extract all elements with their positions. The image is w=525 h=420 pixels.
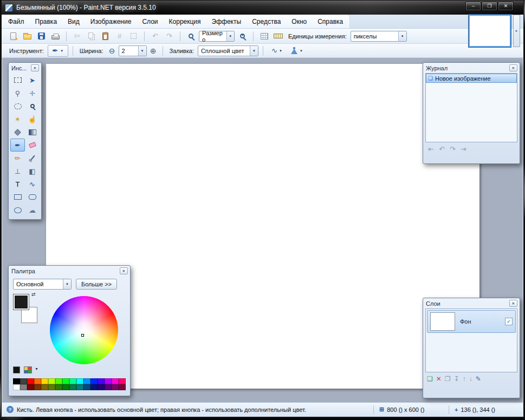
width-decrease-button[interactable]: ⊖ — [107, 45, 117, 57]
chevron-down-icon[interactable]: ▼ — [35, 367, 38, 371]
palette-swatch[interactable] — [55, 378, 62, 384]
menu-item[interactable]: Правка — [30, 15, 63, 28]
palette-swatch[interactable] — [76, 384, 83, 390]
palette-swatch[interactable] — [90, 378, 98, 384]
layers-toolbar-button[interactable]: ❐ — [445, 376, 451, 382]
history-item[interactable]: ❏ Новое изображение — [426, 74, 517, 83]
tool-button[interactable]: T — [10, 178, 25, 191]
tool-button[interactable] — [25, 100, 40, 113]
copy-button[interactable] — [85, 30, 98, 42]
maximize-button[interactable]: ❐ — [482, 2, 497, 11]
history-panel-titlebar[interactable]: Журнал ✕ — [423, 63, 520, 72]
tool-button[interactable] — [10, 100, 25, 113]
tool-button[interactable]: ⚲ — [10, 87, 25, 100]
layers-panel-close-button[interactable]: ✕ — [509, 300, 517, 307]
layers-toolbar-button[interactable]: ↓ — [469, 376, 472, 382]
tool-button[interactable] — [10, 191, 25, 204]
menu-item[interactable]: Вид — [62, 15, 85, 28]
tool-button[interactable]: ✶ — [10, 113, 25, 126]
print-button[interactable] — [49, 30, 62, 42]
palette-swatch[interactable] — [105, 384, 112, 390]
palette-swatch[interactable] — [41, 378, 48, 384]
palette-swatch[interactable] — [98, 384, 105, 390]
tool-button[interactable]: ✏ — [10, 152, 25, 165]
tool-button[interactable] — [10, 204, 25, 216]
palette-swatch[interactable] — [13, 378, 20, 384]
history-nav-button[interactable]: ↷ — [450, 146, 456, 153]
palette-swatch[interactable] — [48, 378, 55, 384]
palette-swatch[interactable] — [119, 384, 126, 390]
palette-swatch[interactable] — [112, 384, 119, 390]
close-button[interactable]: ✕ — [498, 2, 514, 11]
palette-swatch[interactable] — [112, 378, 119, 384]
palette-swatch[interactable] — [34, 378, 41, 384]
menu-item[interactable]: Коррекция — [164, 15, 206, 28]
palette-swatch[interactable] — [48, 384, 55, 390]
palette-swatch[interactable] — [69, 384, 76, 390]
line-style-dropdown[interactable]: ∿ ▼ — [268, 45, 286, 57]
color-wheel[interactable] — [50, 296, 118, 364]
redo-button[interactable]: ↷ — [163, 30, 176, 42]
menu-item[interactable]: Файл — [3, 15, 30, 28]
palette-swatch[interactable] — [90, 384, 98, 390]
swap-colors-icon[interactable]: ⇄ — [31, 292, 36, 297]
palette-swatch[interactable] — [62, 384, 69, 390]
palette-swatch[interactable] — [20, 384, 27, 390]
open-button[interactable] — [21, 30, 34, 42]
layer-visibility-checkbox[interactable]: ✓ — [505, 318, 513, 325]
units-combobox[interactable]: пикселы ▼ — [351, 31, 407, 42]
tool-button[interactable]: ∿ — [25, 178, 40, 191]
history-nav-button[interactable]: ⇤ — [428, 146, 434, 153]
tool-button[interactable]: ✛ — [25, 87, 40, 100]
width-increase-button[interactable]: ⊕ — [148, 45, 158, 57]
palette-swatch[interactable] — [27, 378, 34, 384]
layers-panel-titlebar[interactable]: Слои ✕ — [423, 298, 520, 307]
zoom-in-button[interactable] — [236, 30, 249, 42]
palette-swatch[interactable] — [55, 384, 62, 390]
tool-button[interactable]: ☝ — [25, 113, 40, 126]
menu-item[interactable]: Окно — [286, 15, 312, 28]
tool-button[interactable]: ⊥ — [10, 165, 25, 178]
save-button[interactable] — [35, 30, 48, 42]
image-list-scroll-button[interactable]: ▸ — [513, 15, 520, 47]
crop-to-selection-button[interactable]: # — [113, 30, 126, 42]
tools-panel-titlebar[interactable]: Инс... ✕ — [9, 63, 41, 72]
zoom-combobox[interactable]: Размер о ▼ — [199, 31, 235, 42]
tool-button[interactable] — [25, 126, 40, 139]
current-color-mini-swatch[interactable] — [13, 366, 20, 373]
palette-swatch[interactable] — [34, 384, 41, 390]
open-image-thumbnail[interactable] — [469, 15, 511, 47]
rulers-toggle-button[interactable] — [272, 30, 284, 42]
titlebar[interactable]: Безымянный (100%) - Paint.NET версия 3.5… — [2, 1, 523, 15]
new-image-button[interactable] — [7, 30, 20, 42]
palette-swatch[interactable] — [83, 378, 90, 384]
tool-button[interactable] — [10, 74, 25, 87]
zoom-out-button[interactable] — [185, 30, 197, 42]
blend-mode-dropdown[interactable]: ▼ — [288, 45, 306, 57]
history-nav-button[interactable]: ↶ — [439, 146, 445, 153]
tool-button[interactable] — [25, 152, 40, 165]
palette-swatch[interactable] — [27, 384, 34, 390]
palette-swatch[interactable] — [105, 378, 112, 384]
layers-toolbar-button[interactable]: ✕ — [436, 376, 442, 382]
deselect-button[interactable] — [127, 30, 140, 42]
layers-toolbar-button[interactable]: ✎ — [476, 376, 481, 382]
width-combobox[interactable]: 2 ▼ — [119, 45, 147, 56]
palette-swatch[interactable] — [83, 384, 90, 390]
current-tool-dropdown[interactable]: ✒ ▼ — [48, 45, 68, 57]
fill-combobox[interactable]: Сплошной цвет ▼ — [198, 45, 258, 56]
palette-swatch[interactable] — [20, 378, 27, 384]
history-panel-close-button[interactable]: ✕ — [509, 64, 517, 71]
palette-swatch[interactable] — [62, 378, 69, 384]
history-nav-button[interactable]: ⇥ — [461, 146, 466, 153]
primary-color-swatch[interactable] — [13, 294, 29, 310]
more-colors-button[interactable]: Больше >> — [76, 279, 117, 290]
cut-button[interactable]: ✄ — [71, 30, 83, 42]
layer-row[interactable]: Фон ✓ — [427, 310, 516, 333]
tools-panel-close-button[interactable]: ✕ — [31, 64, 39, 71]
menu-item[interactable]: Изображение — [85, 15, 137, 28]
paste-button[interactable] — [99, 30, 112, 42]
undo-button[interactable]: ↶ — [149, 30, 161, 42]
layers-toolbar-button[interactable]: ❏ — [427, 376, 433, 382]
palette-swatch[interactable] — [98, 378, 105, 384]
